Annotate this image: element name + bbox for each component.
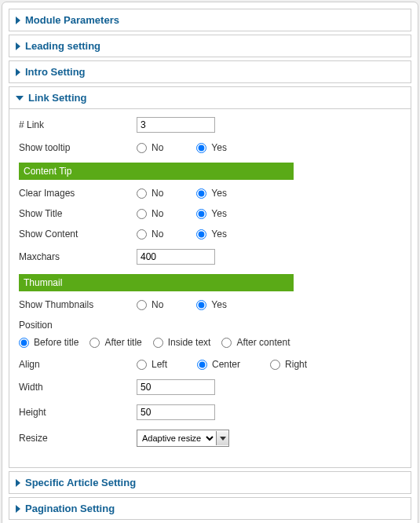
radio-clear-images-no[interactable]: No	[137, 188, 163, 199]
label-show-thumbnails: Show Thumbnails	[19, 299, 137, 310]
header-leading-setting[interactable]: Leading setting	[9, 35, 411, 57]
chevron-right-icon	[16, 479, 20, 487]
header-thumbnail: Thumnail	[19, 274, 294, 291]
label-width: Width	[19, 382, 137, 393]
label-show-title: Show Title	[19, 208, 137, 219]
radios-position: Before title After title Inside text Aft…	[19, 337, 401, 348]
section-link-setting: Link Setting # Link Show tooltip No Yes …	[9, 86, 411, 468]
radio-show-thumbnails-no[interactable]: No	[137, 299, 163, 310]
select-resize-wrap[interactable]: Adaptive resize	[137, 430, 229, 447]
header-label: Intro Setting	[25, 66, 86, 78]
radio-show-content-yes[interactable]: Yes	[196, 229, 227, 240]
label-position: Position	[19, 320, 401, 331]
chevron-right-icon	[16, 505, 20, 513]
radios-align: Left Center Right	[137, 359, 307, 370]
radio-align-left[interactable]: Left	[137, 359, 167, 370]
label-height: Height	[19, 407, 137, 418]
section-specific-article-setting: Specific Article Setting	[9, 471, 411, 494]
row-num-link: # Link	[19, 117, 401, 133]
row-height: Height	[19, 404, 401, 420]
header-pagination-setting[interactable]: Pagination Setting	[9, 498, 411, 519]
header-intro-setting[interactable]: Intro Setting	[9, 61, 411, 82]
radio-clear-images-yes[interactable]: Yes	[196, 188, 227, 199]
radios-show-tooltip: No Yes	[137, 142, 227, 153]
label-resize: Resize	[19, 433, 137, 444]
row-show-title: Show Title No Yes	[19, 208, 401, 219]
radio-position-inside[interactable]: Inside text	[153, 337, 211, 348]
row-show-content: Show Content No Yes	[19, 229, 401, 240]
header-label: Specific Article Setting	[25, 477, 136, 488]
chevron-right-icon	[16, 16, 20, 24]
chevron-down-icon	[16, 96, 24, 101]
header-label: Link Setting	[28, 92, 86, 104]
radio-position-before[interactable]: Before title	[19, 337, 79, 348]
settings-panel: Module Parameters Leading setting Intro …	[2, 2, 418, 523]
radio-show-title-no[interactable]: No	[137, 208, 163, 219]
label-show-content: Show Content	[19, 229, 137, 240]
header-label: Module Parameters	[25, 14, 119, 26]
dropdown-icon	[216, 431, 228, 445]
row-resize: Resize Adaptive resize	[19, 430, 401, 447]
row-show-thumbnails: Show Thumbnails No Yes	[19, 299, 401, 310]
radio-align-center[interactable]: Center	[197, 359, 240, 370]
radio-show-title-yes[interactable]: Yes	[196, 208, 227, 219]
radio-align-right[interactable]: Right	[270, 359, 307, 370]
input-width[interactable]	[137, 379, 215, 395]
label-maxchars: Maxchars	[19, 251, 137, 262]
input-num-link[interactable]	[137, 117, 215, 133]
radio-show-content-no[interactable]: No	[137, 229, 163, 240]
radio-show-thumbnails-yes[interactable]: Yes	[196, 299, 227, 310]
radio-show-tooltip-no[interactable]: No	[137, 142, 163, 153]
label-clear-images: Clear Images	[19, 188, 137, 199]
section-module-parameters: Module Parameters	[9, 9, 411, 31]
input-height[interactable]	[137, 404, 215, 420]
radios-show-thumbnails: No Yes	[137, 299, 227, 310]
radios-clear-images: No Yes	[137, 188, 227, 199]
label-show-tooltip: Show tooltip	[19, 142, 137, 153]
row-maxchars: Maxchars	[19, 249, 401, 265]
header-link-setting[interactable]: Link Setting	[9, 87, 411, 108]
section-pagination-setting: Pagination Setting	[9, 497, 411, 520]
header-module-parameters[interactable]: Module Parameters	[9, 9, 411, 31]
row-width: Width	[19, 379, 401, 395]
row-show-tooltip: Show tooltip No Yes	[19, 142, 401, 153]
chevron-right-icon	[16, 68, 20, 76]
header-label: Pagination Setting	[25, 503, 115, 514]
section-leading-setting: Leading setting	[9, 35, 411, 57]
header-label: Leading setting	[25, 40, 100, 52]
radio-show-tooltip-yes[interactable]: Yes	[196, 142, 227, 153]
radio-position-after[interactable]: After title	[89, 337, 141, 348]
chevron-right-icon	[16, 42, 20, 50]
radios-show-content: No Yes	[137, 229, 227, 240]
row-align: Align Left Center Right	[19, 359, 401, 370]
input-maxchars[interactable]	[137, 249, 215, 265]
header-specific-article-setting[interactable]: Specific Article Setting	[9, 472, 411, 493]
radio-position-after-content[interactable]: After content	[221, 337, 290, 348]
select-resize[interactable]: Adaptive resize	[137, 430, 216, 446]
radios-show-title: No Yes	[137, 208, 227, 219]
header-content-tip: Content Tip	[19, 163, 294, 180]
link-setting-body: # Link Show tooltip No Yes Content Tip C…	[9, 108, 411, 467]
label-num-link: # Link	[19, 119, 137, 130]
label-align: Align	[19, 359, 137, 370]
row-clear-images: Clear Images No Yes	[19, 188, 401, 199]
section-intro-setting: Intro Setting	[9, 60, 411, 83]
